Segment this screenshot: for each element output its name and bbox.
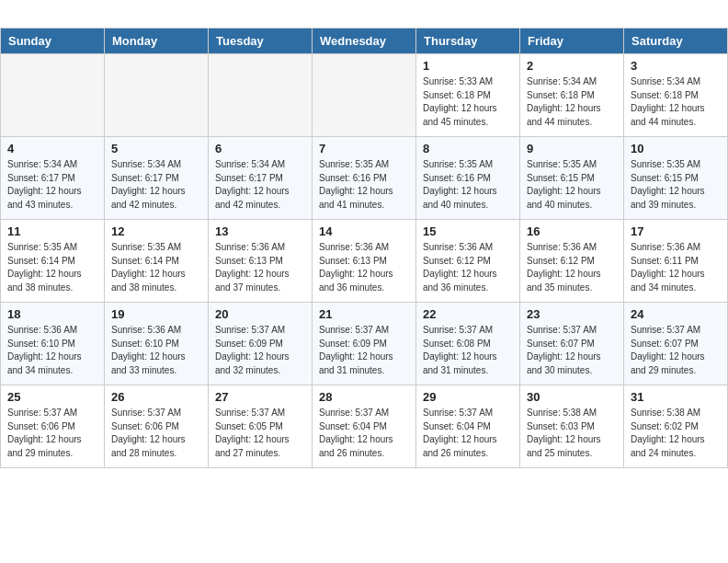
day-info: Sunrise: 5:38 AM Sunset: 6:02 PM Dayligh… (631, 407, 721, 460)
day-number: 1 (423, 59, 513, 73)
calendar-cell: 12Sunrise: 5:35 AM Sunset: 6:14 PM Dayli… (105, 220, 209, 303)
day-info: Sunrise: 5:37 AM Sunset: 6:06 PM Dayligh… (7, 407, 97, 460)
calendar-cell: 1Sunrise: 5:33 AM Sunset: 6:18 PM Daylig… (416, 54, 520, 137)
day-number: 21 (319, 307, 409, 321)
day-info: Sunrise: 5:34 AM Sunset: 6:18 PM Dayligh… (631, 75, 721, 129)
calendar-cell: 4Sunrise: 5:34 AM Sunset: 6:17 PM Daylig… (1, 137, 105, 220)
calendar-cell: 25Sunrise: 5:37 AM Sunset: 6:06 PM Dayli… (1, 385, 105, 468)
day-number: 11 (7, 224, 97, 238)
weekday-thursday: Thursday (416, 29, 520, 54)
day-number: 26 (111, 390, 201, 404)
day-number: 28 (319, 390, 409, 404)
weekday-tuesday: Tuesday (209, 29, 313, 54)
calendar-cell: 11Sunrise: 5:35 AM Sunset: 6:14 PM Dayli… (1, 220, 105, 303)
day-info: Sunrise: 5:37 AM Sunset: 6:09 PM Dayligh… (319, 324, 409, 377)
calendar-cell: 7Sunrise: 5:35 AM Sunset: 6:16 PM Daylig… (313, 137, 416, 220)
day-number: 13 (215, 224, 305, 238)
calendar-cell: 2Sunrise: 5:34 AM Sunset: 6:18 PM Daylig… (520, 54, 624, 137)
day-info: Sunrise: 5:35 AM Sunset: 6:16 PM Dayligh… (423, 158, 513, 212)
weekday-saturday: Saturday (624, 29, 728, 54)
day-number: 17 (631, 224, 721, 238)
day-info: Sunrise: 5:33 AM Sunset: 6:18 PM Dayligh… (423, 75, 513, 129)
day-info: Sunrise: 5:37 AM Sunset: 6:08 PM Dayligh… (423, 324, 513, 377)
calendar-cell: 30Sunrise: 5:38 AM Sunset: 6:03 PM Dayli… (520, 385, 624, 468)
calendar-cell: 17Sunrise: 5:36 AM Sunset: 6:11 PM Dayli… (624, 220, 728, 303)
day-number: 6 (215, 142, 305, 155)
day-number: 20 (215, 307, 305, 321)
calendar-week-2: 4Sunrise: 5:34 AM Sunset: 6:17 PM Daylig… (1, 137, 728, 220)
day-number: 15 (423, 224, 513, 238)
calendar-cell: 22Sunrise: 5:37 AM Sunset: 6:08 PM Dayli… (416, 303, 520, 385)
calendar-cell: 10Sunrise: 5:35 AM Sunset: 6:15 PM Dayli… (624, 137, 728, 220)
calendar-cell: 29Sunrise: 5:37 AM Sunset: 6:04 PM Dayli… (416, 385, 520, 468)
calendar-week-5: 25Sunrise: 5:37 AM Sunset: 6:06 PM Dayli… (1, 385, 728, 468)
day-number: 7 (319, 142, 409, 155)
weekday-wednesday: Wednesday (313, 29, 416, 54)
day-number: 30 (527, 390, 617, 404)
day-info: Sunrise: 5:37 AM Sunset: 6:06 PM Dayligh… (111, 407, 201, 460)
calendar-cell (1, 54, 105, 137)
day-number: 14 (319, 224, 409, 238)
day-number: 3 (631, 59, 721, 73)
day-info: Sunrise: 5:34 AM Sunset: 6:18 PM Dayligh… (527, 75, 617, 129)
day-info: Sunrise: 5:36 AM Sunset: 6:10 PM Dayligh… (7, 324, 97, 377)
calendar-cell: 13Sunrise: 5:36 AM Sunset: 6:13 PM Dayli… (209, 220, 313, 303)
day-number: 22 (423, 307, 513, 321)
day-info: Sunrise: 5:35 AM Sunset: 6:14 PM Dayligh… (7, 241, 97, 294)
calendar-cell (105, 54, 209, 137)
day-info: Sunrise: 5:37 AM Sunset: 6:07 PM Dayligh… (527, 324, 617, 377)
weekday-sunday: Sunday (1, 29, 105, 54)
day-number: 25 (7, 390, 97, 404)
calendar-cell: 31Sunrise: 5:38 AM Sunset: 6:02 PM Dayli… (624, 385, 728, 468)
day-number: 12 (111, 224, 201, 238)
day-info: Sunrise: 5:36 AM Sunset: 6:13 PM Dayligh… (319, 241, 409, 294)
calendar-cell: 27Sunrise: 5:37 AM Sunset: 6:05 PM Dayli… (209, 385, 313, 468)
day-info: Sunrise: 5:34 AM Sunset: 6:17 PM Dayligh… (7, 158, 97, 212)
calendar-cell: 26Sunrise: 5:37 AM Sunset: 6:06 PM Dayli… (105, 385, 209, 468)
day-info: Sunrise: 5:35 AM Sunset: 6:14 PM Dayligh… (111, 241, 201, 294)
calendar-cell: 16Sunrise: 5:36 AM Sunset: 6:12 PM Dayli… (520, 220, 624, 303)
calendar-week-3: 11Sunrise: 5:35 AM Sunset: 6:14 PM Dayli… (1, 220, 728, 303)
day-number: 19 (111, 307, 201, 321)
calendar-cell: 18Sunrise: 5:36 AM Sunset: 6:10 PM Dayli… (1, 303, 105, 385)
day-number: 31 (631, 390, 721, 404)
day-info: Sunrise: 5:35 AM Sunset: 6:15 PM Dayligh… (527, 158, 617, 212)
calendar-table: SundayMondayTuesdayWednesdayThursdayFrid… (0, 28, 728, 468)
day-info: Sunrise: 5:37 AM Sunset: 6:05 PM Dayligh… (215, 407, 305, 460)
day-info: Sunrise: 5:34 AM Sunset: 6:17 PM Dayligh… (215, 158, 305, 212)
calendar-cell: 21Sunrise: 5:37 AM Sunset: 6:09 PM Dayli… (313, 303, 416, 385)
calendar-cell: 20Sunrise: 5:37 AM Sunset: 6:09 PM Dayli… (209, 303, 313, 385)
calendar-cell (313, 54, 416, 137)
day-info: Sunrise: 5:37 AM Sunset: 6:04 PM Dayligh… (423, 407, 513, 460)
calendar-cell: 28Sunrise: 5:37 AM Sunset: 6:04 PM Dayli… (313, 385, 416, 468)
day-number: 8 (423, 142, 513, 155)
weekday-monday: Monday (105, 29, 209, 54)
calendar-cell (209, 54, 313, 137)
day-number: 27 (215, 390, 305, 404)
calendar-cell: 3Sunrise: 5:34 AM Sunset: 6:18 PM Daylig… (624, 54, 728, 137)
day-number: 23 (527, 307, 617, 321)
day-info: Sunrise: 5:36 AM Sunset: 6:12 PM Dayligh… (423, 241, 513, 294)
day-info: Sunrise: 5:36 AM Sunset: 6:10 PM Dayligh… (111, 324, 201, 377)
day-info: Sunrise: 5:35 AM Sunset: 6:15 PM Dayligh… (631, 158, 721, 212)
day-number: 16 (527, 224, 617, 238)
calendar-week-4: 18Sunrise: 5:36 AM Sunset: 6:10 PM Dayli… (1, 303, 728, 385)
day-info: Sunrise: 5:35 AM Sunset: 6:16 PM Dayligh… (319, 158, 409, 212)
day-info: Sunrise: 5:36 AM Sunset: 6:12 PM Dayligh… (527, 241, 617, 294)
day-number: 4 (7, 142, 97, 155)
day-number: 18 (7, 307, 97, 321)
day-number: 5 (111, 142, 201, 155)
calendar-cell: 23Sunrise: 5:37 AM Sunset: 6:07 PM Dayli… (520, 303, 624, 385)
day-number: 10 (631, 142, 721, 155)
day-info: Sunrise: 5:37 AM Sunset: 6:07 PM Dayligh… (631, 324, 721, 377)
weekday-friday: Friday (520, 29, 624, 54)
day-info: Sunrise: 5:34 AM Sunset: 6:17 PM Dayligh… (111, 158, 201, 212)
day-info: Sunrise: 5:36 AM Sunset: 6:11 PM Dayligh… (631, 241, 721, 294)
calendar-cell: 9Sunrise: 5:35 AM Sunset: 6:15 PM Daylig… (520, 137, 624, 220)
day-number: 24 (631, 307, 721, 321)
day-number: 29 (423, 390, 513, 404)
day-number: 2 (527, 59, 617, 73)
calendar-body: 1Sunrise: 5:33 AM Sunset: 6:18 PM Daylig… (1, 54, 728, 468)
day-info: Sunrise: 5:36 AM Sunset: 6:13 PM Dayligh… (215, 241, 305, 294)
calendar-cell: 6Sunrise: 5:34 AM Sunset: 6:17 PM Daylig… (209, 137, 313, 220)
